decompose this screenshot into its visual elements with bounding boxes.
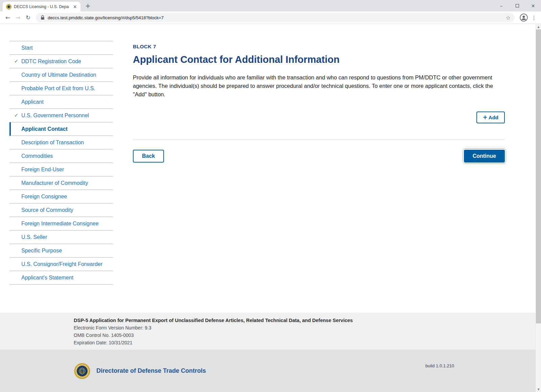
browser-menu-icon[interactable]: ⋮ [530, 15, 538, 21]
window-controls: – × [493, 0, 541, 11]
add-button[interactable]: + Add [476, 112, 505, 123]
omb-control-number: OMB Control No. 1405-0003 [74, 333, 541, 338]
sidebar-item-label: Country of Ultimate Destination [21, 72, 96, 78]
url-text[interactable]: deccs.test.pmddtc.state.gov/licensing/#/… [48, 15, 505, 20]
reload-icon[interactable]: ↻ [23, 13, 33, 23]
sidebar-item-u-s-seller[interactable]: ✓U.S. Seller [9, 230, 113, 244]
sidebar-item-commodities[interactable]: ✓Commodities [9, 149, 113, 163]
sidebar-item-label: Probable Port of Exit from U.S. [21, 85, 95, 92]
sidebar-item-description-of-transaction[interactable]: ✓Description of Transaction [9, 136, 113, 149]
form-step-sidebar: ✓Start✓DDTC Registration Code✓Country of… [9, 41, 113, 285]
scrollbar[interactable]: ▲ ▼ [536, 24, 541, 392]
sidebar-item-label: U.S. Consignor/Freight Forwarder [21, 261, 102, 267]
scrollbar-thumb[interactable] [536, 29, 541, 323]
sidebar-item-applicant-contact[interactable]: ✓Applicant Contact [9, 122, 113, 136]
maximize-button[interactable] [509, 0, 525, 11]
restore-icon [516, 4, 519, 7]
main-content: BLOCK 7 Applicant Contact for Additional… [113, 24, 541, 163]
sidebar-item-ddtc-registration-code[interactable]: ✓DDTC Registration Code [9, 55, 113, 68]
minimize-button[interactable]: – [493, 0, 509, 11]
sidebar-item-u-s-government-personnel[interactable]: ✓U.S. Government Personnel [9, 109, 113, 122]
expiration-date: Expiration Date: 10/31/2021 [74, 340, 541, 345]
form-info-footer: DSP-5 Application for Permanent Export o… [0, 313, 541, 350]
sidebar-item-label: Commodities [21, 153, 53, 159]
section-divider [133, 140, 505, 140]
address-bar[interactable]: deccs.test.pmddtc.state.gov/licensing/#/… [36, 13, 515, 22]
sidebar-item-country-of-ultimate-destination[interactable]: ✓Country of Ultimate Destination [9, 68, 113, 82]
sidebar-item-applicant[interactable]: ✓Applicant [9, 95, 113, 109]
sidebar-item-label: DDTC Registration Code [21, 58, 81, 65]
sidebar-item-u-s-consignor-freight-forwarder[interactable]: ✓U.S. Consignor/Freight Forwarder [9, 258, 113, 271]
sidebar-item-label: Applicant Contact [21, 126, 68, 132]
sidebar-item-probable-port-of-exit-from-u-s[interactable]: ✓Probable Port of Exit from U.S. [9, 82, 113, 95]
tab-title: DECCS Licensing - U.S. Departme [14, 4, 69, 9]
page-description: Provide all information for individuals … [133, 73, 505, 99]
sidebar-item-label: Applicant [21, 99, 44, 105]
profile-avatar-icon[interactable] [520, 14, 528, 22]
sidebar-item-label: U.S. Seller [21, 234, 47, 240]
back-button[interactable]: Back [133, 150, 164, 163]
sidebar-item-source-of-commodity[interactable]: ✓Source of Commodity [9, 203, 113, 217]
build-number: build 1.0.1.210 [425, 363, 454, 368]
sidebar-item-label: Manufacturer of Commodity [21, 180, 88, 186]
check-icon: ✓ [14, 58, 20, 65]
check-icon: ✓ [14, 112, 20, 119]
sidebar-item-label: Foreign End-User [21, 166, 64, 173]
form-version: Electronic Form Version Number: 9.3 [74, 325, 541, 330]
sidebar-item-foreign-end-user[interactable]: ✓Foreign End-User [9, 163, 113, 176]
org-name: Directorate of Defense Trade Controls [96, 367, 206, 374]
page-title: Applicant Contact for Additional Informa… [133, 54, 505, 65]
sidebar-item-start[interactable]: ✓Start [9, 41, 113, 55]
sidebar-item-label: Start [21, 45, 33, 51]
sidebar-item-label: U.S. Government Personnel [21, 112, 89, 119]
browser-tab[interactable]: DECCS Licensing - U.S. Departme × [3, 2, 80, 11]
ddtc-seal-logo [74, 363, 91, 379]
block-label: BLOCK 7 [133, 44, 505, 49]
window-close-button[interactable]: × [525, 0, 541, 11]
page-body: ✓Start✓DDTC Registration Code✓Country of… [0, 24, 541, 392]
sidebar-item-foreign-intermediate-consignee[interactable]: ✓Foreign Intermediate Consignee [9, 217, 113, 230]
lock-icon [41, 15, 45, 20]
sidebar-item-label: Specific Purpose [21, 247, 62, 254]
form-full-title: DSP-5 Application for Permanent Export o… [74, 318, 541, 323]
scrollbar-up-icon[interactable]: ▲ [536, 24, 541, 29]
sidebar-item-applicant-s-statement[interactable]: ✓Applicant's Statement [9, 271, 113, 285]
site-footer: Directorate of Defense Trade Controls bu… [0, 350, 541, 392]
sidebar-item-label: Applicant's Statement [21, 274, 73, 281]
add-button-label: Add [489, 115, 498, 120]
sidebar-item-label: Foreign Intermediate Consignee [21, 220, 99, 227]
bookmark-star-icon[interactable]: ☆ [505, 15, 511, 21]
sidebar-item-label: Foreign Consignee [21, 193, 67, 200]
add-row: + Add [133, 112, 505, 123]
scrollbar-down-icon[interactable]: ▼ [536, 387, 541, 392]
forward-icon[interactable]: → [13, 13, 23, 23]
form-actions: Back Continue [133, 150, 505, 163]
continue-button[interactable]: Continue [464, 150, 505, 163]
back-icon[interactable]: ← [3, 13, 13, 23]
browser-toolbar: ← → ↻ deccs.test.pmddtc.state.gov/licens… [0, 11, 541, 24]
sidebar-item-label: Source of Commodity [21, 207, 73, 213]
tab-close-icon[interactable]: × [71, 4, 78, 10]
plus-icon: + [483, 115, 488, 120]
sidebar-item-label: Description of Transaction [21, 139, 84, 146]
site-favicon-icon [6, 4, 11, 9]
sidebar-nav: ✓Start✓DDTC Registration Code✓Country of… [9, 41, 113, 285]
new-tab-button[interactable]: + [83, 1, 93, 10]
sidebar-item-foreign-consignee[interactable]: ✓Foreign Consignee [9, 190, 113, 203]
sidebar-item-specific-purpose[interactable]: ✓Specific Purpose [9, 244, 113, 258]
sidebar-item-manufacturer-of-commodity[interactable]: ✓Manufacturer of Commodity [9, 176, 113, 190]
browser-titlebar: DECCS Licensing - U.S. Departme × + – × [0, 0, 541, 11]
